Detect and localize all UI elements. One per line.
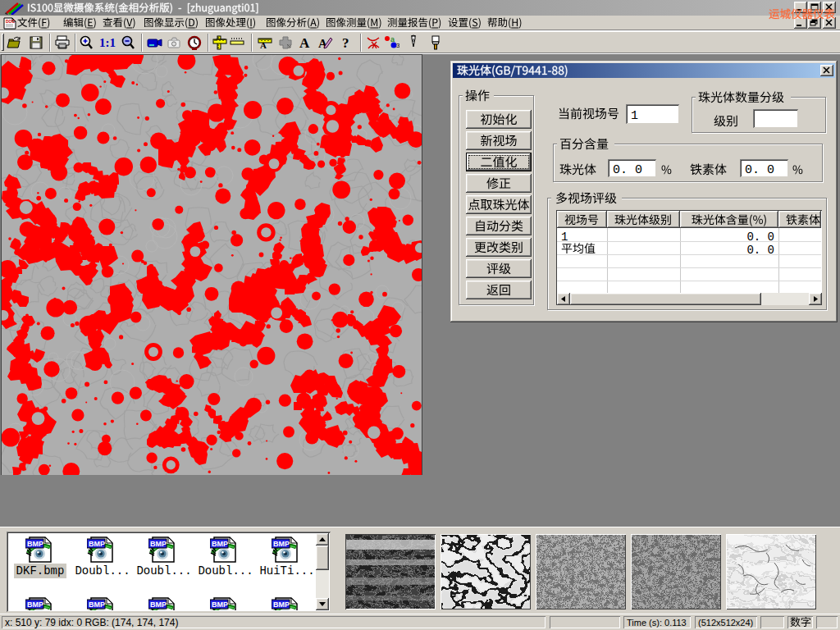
svg-text:BMP: BMP: [212, 540, 228, 548]
svg-text:BMP: BMP: [150, 540, 167, 548]
svg-text:3: 3: [396, 42, 399, 49]
svg-text:BMP: BMP: [273, 540, 290, 548]
svg-text:BMP: BMP: [212, 600, 228, 609]
svg-text:BMP: BMP: [273, 600, 290, 609]
svg-text:BMP: BMP: [150, 600, 167, 609]
svg-text:A: A: [299, 35, 310, 51]
svg-text:BMP: BMP: [89, 600, 105, 609]
svg-text:?: ?: [342, 35, 349, 51]
svg-text:A: A: [260, 40, 267, 50]
svg-text:DOC: DOC: [6, 19, 16, 24]
svg-text:BMP: BMP: [89, 540, 105, 548]
svg-text:BMP: BMP: [27, 540, 43, 548]
svg-text:a: a: [390, 35, 395, 43]
svg-text:BMP: BMP: [27, 600, 43, 609]
